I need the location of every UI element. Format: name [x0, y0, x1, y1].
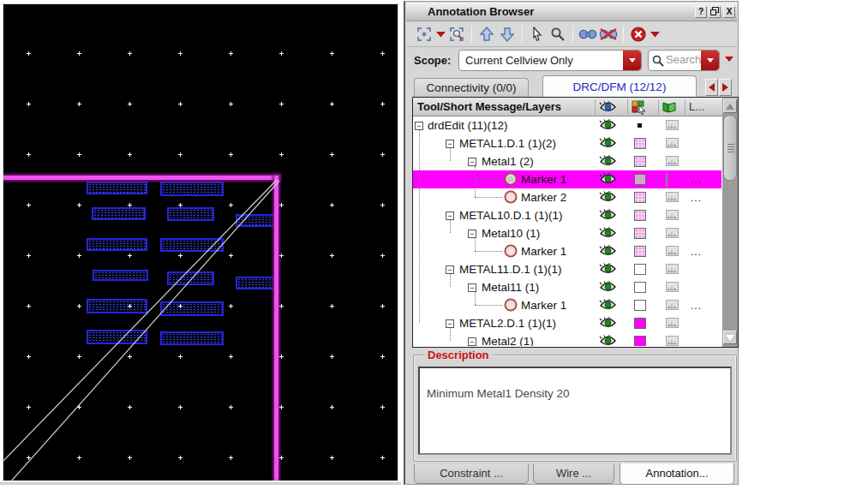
- tree-row-group[interactable]: −METAL1.D.1 (1)(2): [413, 134, 721, 152]
- meter-icon[interactable]: [666, 282, 679, 295]
- search-options-dropdown-icon[interactable]: [725, 57, 733, 62]
- expander-icon[interactable]: −: [446, 140, 454, 148]
- tree-row-group[interactable]: −Metal11 (1): [413, 278, 721, 296]
- tree-row-marker[interactable]: Marker 1...: [413, 170, 721, 188]
- search-input[interactable]: [666, 53, 703, 66]
- visibility-eye-icon[interactable]: [599, 281, 617, 295]
- tree-row-group[interactable]: −Metal10 (1): [413, 224, 721, 242]
- scrollbar-thumb[interactable]: [723, 115, 737, 181]
- layer-swatch[interactable]: [634, 174, 646, 185]
- scope-dropdown-button[interactable]: [623, 51, 641, 70]
- layer-swatch[interactable]: [634, 282, 646, 293]
- select-pointer-button[interactable]: [527, 24, 548, 45]
- expander-icon[interactable]: −: [446, 212, 454, 220]
- tab-drc-dfm[interactable]: DRC/DFM (12/12): [542, 75, 697, 98]
- layer-swatch[interactable]: [634, 318, 646, 329]
- tab-connectivity[interactable]: Connectivity (0/0): [414, 78, 529, 98]
- tree-row-group[interactable]: −Metal2 (1): [413, 332, 721, 346]
- search-dropdown-button[interactable]: [701, 51, 719, 70]
- bottom-tab-wire[interactable]: Wire ...: [533, 464, 614, 484]
- layer-swatch[interactable]: [634, 138, 646, 149]
- delete-markers-button[interactable]: [628, 24, 649, 45]
- search-box[interactable]: [648, 50, 720, 71]
- visibility-eye-icon[interactable]: [599, 191, 617, 206]
- expander-icon[interactable]: −: [468, 283, 476, 292]
- tab-scroll-left-icon[interactable]: [705, 79, 718, 96]
- expander-icon[interactable]: −: [446, 265, 454, 274]
- inspect-button[interactable]: [548, 24, 568, 45]
- visibility-eye-icon[interactable]: [599, 299, 617, 313]
- meter-icon[interactable]: [666, 336, 679, 346]
- visibility-eye-icon[interactable]: [599, 209, 617, 224]
- visibility-eye-icon[interactable]: [599, 245, 617, 259]
- more-options-button[interactable]: ...: [691, 300, 702, 312]
- expander-icon[interactable]: −: [415, 122, 423, 130]
- meter-icon[interactable]: [666, 318, 679, 331]
- close-icon[interactable]: X: [723, 6, 735, 18]
- more-options-button[interactable]: ...: [691, 246, 702, 258]
- meter-icon[interactable]: [666, 192, 679, 205]
- meter-icon[interactable]: [666, 246, 679, 259]
- tree-row-marker[interactable]: Marker 1...: [413, 242, 721, 260]
- tree-row-group[interactable]: −METAL11.D.1 (1)(1): [413, 260, 721, 278]
- tree-row-group[interactable]: −METAL2.D.1 (1)(1): [413, 314, 721, 332]
- meter-icon[interactable]: [666, 174, 667, 187]
- visibility-eye-icon[interactable]: [599, 155, 617, 170]
- zoom-fit-dropdown[interactable]: [434, 24, 446, 45]
- help-button[interactable]: ?: [695, 6, 707, 18]
- expander-icon[interactable]: −: [468, 230, 476, 238]
- float-window-icon[interactable]: [709, 6, 721, 18]
- visibility-eye-icon[interactable]: [599, 317, 617, 331]
- scope-combobox[interactable]: Current Cellview Only: [458, 50, 642, 71]
- tree-row-marker[interactable]: Marker 2...: [413, 188, 721, 206]
- visibility-eye-icon[interactable]: [599, 227, 617, 242]
- meter-icon[interactable]: [666, 138, 679, 151]
- layer-swatch[interactable]: [638, 123, 642, 128]
- tree-row-label: drdEdit (11)(12): [428, 119, 508, 132]
- find-button[interactable]: [578, 24, 598, 45]
- zoom-to-fit-button[interactable]: [414, 24, 434, 45]
- description-textarea[interactable]: Minimum Metal1 Density 20: [418, 367, 732, 455]
- layer-swatch[interactable]: [634, 336, 646, 346]
- expander-icon[interactable]: −: [468, 337, 476, 346]
- layer-swatch[interactable]: [634, 210, 646, 221]
- scroll-down-icon[interactable]: [723, 331, 737, 344]
- meter-icon[interactable]: [666, 228, 679, 241]
- layer-swatch[interactable]: [634, 228, 646, 239]
- visibility-eye-icon[interactable]: [599, 263, 617, 277]
- meter-icon[interactable]: [666, 156, 679, 169]
- tree-row-marker[interactable]: Marker 1...: [413, 296, 721, 314]
- clear-find-button[interactable]: [598, 24, 619, 45]
- visibility-eye-icon[interactable]: [599, 173, 617, 188]
- meter-icon[interactable]: [666, 300, 679, 313]
- layer-swatch[interactable]: [634, 264, 646, 275]
- meter-icon[interactable]: [666, 210, 679, 223]
- visibility-eye-icon[interactable]: [599, 119, 617, 134]
- zoom-to-selected-button[interactable]: [446, 24, 467, 45]
- layer-swatch[interactable]: [634, 156, 646, 167]
- scroll-up-icon[interactable]: [723, 99, 737, 113]
- next-marker-button[interactable]: [497, 24, 518, 45]
- delete-dropdown[interactable]: [649, 24, 661, 45]
- previous-marker-button[interactable]: [476, 24, 497, 45]
- expander-icon[interactable]: −: [446, 319, 454, 328]
- more-options-button[interactable]: ...: [691, 192, 702, 204]
- bottom-tab-annotation[interactable]: Annotation...: [620, 463, 734, 485]
- tree-scrollbar[interactable]: [722, 98, 738, 347]
- tree-row-group[interactable]: −Metal1 (2): [413, 152, 721, 170]
- layer-swatch[interactable]: [634, 246, 646, 257]
- meter-icon[interactable]: [666, 264, 679, 277]
- panel-titlebar[interactable]: Annotation Browser ? X: [406, 3, 737, 21]
- visibility-eye-icon[interactable]: [599, 335, 617, 346]
- layer-swatch[interactable]: [634, 192, 646, 203]
- layer-swatch[interactable]: [634, 300, 646, 311]
- tree-row-group[interactable]: −drdEdit (11)(12): [413, 116, 721, 134]
- tree-row-group[interactable]: −METAL10.D.1 (1)(1): [413, 206, 721, 224]
- bottom-tab-constraint[interactable]: Constraint ...: [414, 464, 529, 484]
- visibility-eye-icon[interactable]: [599, 137, 617, 152]
- tab-scroll-right-icon[interactable]: [719, 79, 732, 96]
- expander-icon[interactable]: −: [468, 158, 476, 166]
- layout-canvas[interactable]: [3, 3, 398, 481]
- meter-icon[interactable]: [666, 120, 679, 133]
- more-options-button[interactable]: ...: [691, 174, 702, 186]
